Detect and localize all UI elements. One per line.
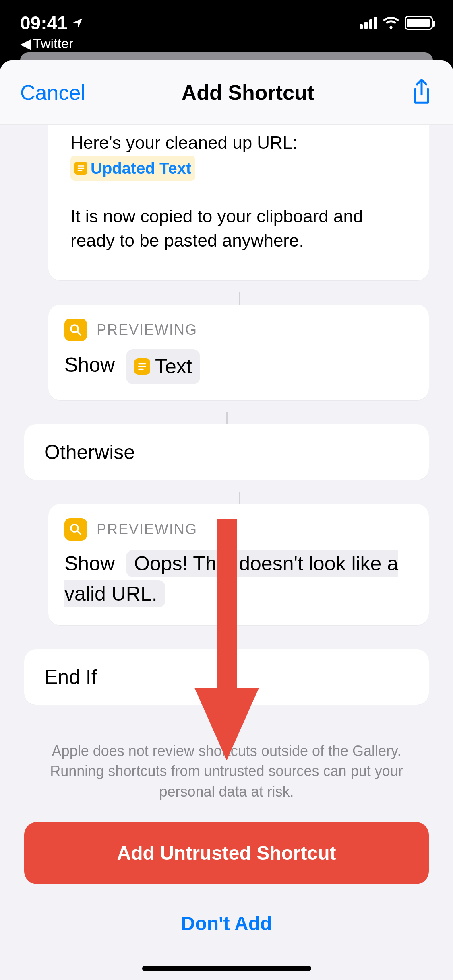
connector-line: [239, 492, 240, 504]
svg-rect-7: [138, 369, 144, 370]
sheet-nav: Cancel Add Shortcut: [0, 60, 453, 125]
back-to-app[interactable]: ◀ Twitter: [20, 35, 84, 51]
svg-rect-1: [78, 167, 85, 169]
text-icon: [134, 358, 150, 375]
status-bar: 09:41 ◀ Twitter: [0, 0, 453, 52]
endif-label: End If: [44, 666, 97, 688]
otherwise-label: Otherwise: [44, 441, 135, 463]
back-app-label: Twitter: [33, 36, 73, 51]
home-indicator[interactable]: [142, 966, 311, 971]
alert-message-pill[interactable]: Oops! That doesn't look like a valid URL…: [64, 550, 398, 607]
pill-label: Text: [155, 352, 192, 382]
svg-rect-0: [78, 165, 85, 167]
cancel-button[interactable]: Cancel: [20, 80, 85, 105]
show-verb: Show: [64, 353, 115, 376]
action-end-if[interactable]: End If: [24, 649, 429, 705]
preview-header-label: PREVIEWING: [97, 521, 197, 538]
location-icon: [72, 17, 84, 29]
sheet-title: Add Shortcut: [182, 80, 314, 105]
variable-token-text[interactable]: Text: [126, 349, 200, 384]
shortcut-actions[interactable]: Here's your cleaned up URL: Updated Text…: [0, 125, 453, 980]
add-shortcut-sheet: Cancel Add Shortcut Here's your cleaned …: [0, 60, 453, 980]
svg-rect-5: [138, 363, 146, 364]
status-time: 09:41: [20, 12, 68, 34]
svg-rect-6: [138, 366, 146, 367]
text-line1: Here's your cleaned up URL:: [70, 133, 298, 152]
wifi-icon: [383, 17, 399, 29]
quicklook-icon: [64, 518, 87, 541]
token-label: Updated Text: [91, 157, 191, 179]
status-right: [360, 16, 433, 30]
text-line2: It is now copied to your clipboard and r…: [70, 206, 363, 250]
connector-line: [226, 637, 228, 649]
svg-rect-2: [78, 170, 83, 171]
action-text-card[interactable]: Here's your cleaned up URL: Updated Text…: [48, 125, 429, 280]
action-otherwise[interactable]: Otherwise: [24, 424, 429, 480]
action-show-preview-1[interactable]: PREVIEWING Show Text: [48, 305, 429, 400]
connector-line: [226, 412, 228, 424]
share-button[interactable]: [410, 78, 433, 107]
connector-line: [239, 292, 240, 305]
status-left: 09:41 ◀ Twitter: [20, 12, 84, 51]
variable-token-updated-text[interactable]: Updated Text: [70, 156, 195, 181]
battery-icon: [405, 16, 433, 30]
quicklook-icon: [64, 319, 87, 341]
alert-message: Oops! That doesn't look like a valid URL…: [64, 552, 398, 605]
untrusted-warning: Apple does not review shortcuts outside …: [24, 717, 429, 818]
show-verb: Show: [64, 552, 115, 575]
cellular-icon: [360, 17, 377, 29]
text-icon: [74, 162, 87, 175]
action-show-preview-2[interactable]: PREVIEWING Show Oops! That doesn't look …: [48, 504, 429, 625]
preview-header-label: PREVIEWING: [97, 321, 197, 338]
back-chevron-icon: ◀: [20, 35, 31, 51]
add-untrusted-button[interactable]: Add Untrusted Shortcut: [24, 822, 429, 884]
